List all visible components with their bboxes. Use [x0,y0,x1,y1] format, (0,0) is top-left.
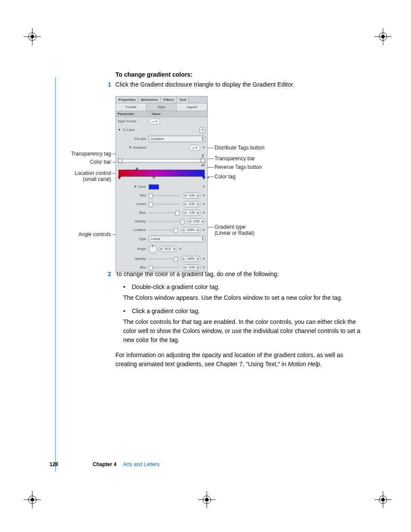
text-subtabs: Format Style Layout [116,103,207,111]
color-well[interactable] [149,184,159,190]
row-color: ▼ Color ▾ [116,183,207,191]
step-number: 2 [105,270,111,279]
green-stepper[interactable]: ◂0.00▸ [183,201,201,207]
row-blue: Blue ◂1.00▸ ▾ [116,208,207,217]
crop-mark-tl [24,28,37,41]
green-slider[interactable] [149,202,180,207]
blue-stepper[interactable]: ◂1.00▸ [183,210,201,216]
param-menu-icon[interactable]: ▾ [202,257,206,261]
callout-color-bar: Color bar [25,159,111,165]
inspector-tabs: Properties Behaviors Filters Text [116,96,207,103]
label-type: Type [118,237,149,241]
param-menu-icon[interactable]: ▾ [202,211,206,215]
tab-filters[interactable]: Filters [161,96,177,103]
callout-angle-controls: Angle controls [25,231,111,237]
bullet-icon: • [123,283,128,292]
crop-mark-tr [374,28,387,41]
gopacity-slider[interactable] [149,256,178,261]
location-control-carat[interactable] [135,167,139,170]
row-red: Red ◂0.00▸ ▾ [116,191,207,200]
subtab-layout[interactable]: Layout [177,103,207,111]
bullet-1: • Double-click a gradient color tag. [123,283,365,292]
callout-line [207,227,214,227]
color-tag-mid[interactable] [152,177,156,180]
tab-text[interactable]: Text [177,96,189,103]
label-angle: Angle [118,247,149,251]
param-menu-icon[interactable]: ▾ [202,265,206,269]
chapter-label: Chapter 4 [93,461,116,467]
label-location: Location [118,228,149,232]
gopacity-stepper[interactable]: ◂100%▸ [181,256,201,262]
param-menu-icon[interactable]: ▾ [202,146,206,149]
param-menu-icon[interactable]: ▾ [202,228,206,232]
row-fill-with: Fill with Gradient▴▾ [116,134,207,143]
tab-properties[interactable]: Properties [116,96,139,103]
transparency-tag[interactable] [201,159,205,163]
label-blue: Blue [118,211,149,215]
column-headers: Parameter Value [116,111,207,117]
bullet-2: • Click a gradient color tag. [123,307,365,316]
transparency-tag[interactable] [118,159,122,163]
transparency-bar[interactable] [118,159,205,162]
svg-point-11 [31,498,34,501]
callout-reverse: Reverse Tags button [215,164,262,170]
type-dropdown[interactable]: Linear▴▾ [149,236,206,242]
color-disclosure[interactable]: ▼ Color [118,185,149,189]
svg-point-19 [205,498,209,501]
bullet-1-sub: The Colors window appears. Use the Color… [123,293,365,302]
location-slider[interactable] [149,227,178,233]
closing-paragraph: For information on adjusting the opacity… [115,351,365,369]
svg-point-7 [381,35,385,38]
face-disclosure[interactable]: ▼ ☑ Face [118,128,149,132]
param-menu-icon[interactable]: ▾ [202,202,206,206]
color-tag-red[interactable] [118,177,121,180]
angle-dial[interactable] [149,245,157,253]
gradient-preset-menu[interactable]: ▭ ▾ [189,145,200,151]
crop-mark-bl [24,491,37,504]
blur-slider[interactable] [149,265,180,270]
page-content: To change gradient colors: 1 Click the G… [115,71,365,369]
svg-point-3 [31,35,34,38]
subtab-style[interactable]: Style [146,103,177,111]
label-red: Red [118,193,149,197]
reverse-tags-button[interactable]: ⇄ [201,163,205,167]
margin-guide [55,78,56,472]
row-gopacity: Opacity ◂100%▸ ▾ [116,255,207,263]
subtab-format[interactable]: Format [116,103,146,111]
tab-behaviors[interactable]: Behaviors [139,96,161,103]
blur-stepper[interactable]: ◂0.00▸ [183,264,201,271]
hdr-value: Value [150,111,207,117]
red-stepper[interactable]: ◂0.00▸ [183,193,201,199]
callout-distribute: Distribute Tags button [215,145,265,151]
param-menu-icon[interactable]: ▾ [179,247,182,251]
gradient-disclosure[interactable]: ▼ Gradient [118,146,149,149]
blue-slider[interactable] [149,210,180,215]
param-menu-icon[interactable]: ▾ [206,176,210,180]
row-blur: Blur ◂0.00▸ ▾ [116,263,207,272]
label-opacity: Opacity [118,219,149,223]
opacity-slider[interactable] [149,219,184,224]
fill-with-dropdown[interactable]: Gradient▴▾ [149,136,206,142]
bullet-2-sub: The color controls for that tag are enab… [123,317,365,345]
inspector-panel: Properties Behaviors Filters Text Format… [115,96,208,272]
bullet-icon: • [123,307,128,316]
chapter-title: Arts and Letters [123,461,160,467]
red-slider[interactable] [149,193,180,198]
param-menu-icon[interactable]: ▾ [202,185,206,189]
param-menu-icon[interactable]: ▾ [202,193,206,197]
distribute-tags-button[interactable]: ⇵ [201,154,205,158]
angle-stepper[interactable]: ◂90.0°▸ [159,246,177,252]
style-preset-menu[interactable]: ▭ ▾ [149,118,160,124]
hdr-parameter: Parameter [116,111,150,117]
label-style-preset: Style Preset [118,119,149,123]
color-tag-blue[interactable] [202,177,206,180]
crop-mark-br [374,491,387,504]
callout-color-tag: Color tag [215,174,236,180]
gradient-editor-figure: Transparency tag Color bar Location cont… [68,96,370,260]
gradient-color-bar[interactable] [118,170,205,177]
location-stepper[interactable]: ◂100%▸ [181,227,201,233]
bullet-text: Click a gradient color tag. [132,307,200,316]
row-gradient: ▼ Gradient ▭ ▾ ▾ [116,143,207,152]
reset-face-button[interactable]: ✕ [199,127,206,133]
opacity-stepper[interactable]: ◂0.00▸ [187,218,206,224]
